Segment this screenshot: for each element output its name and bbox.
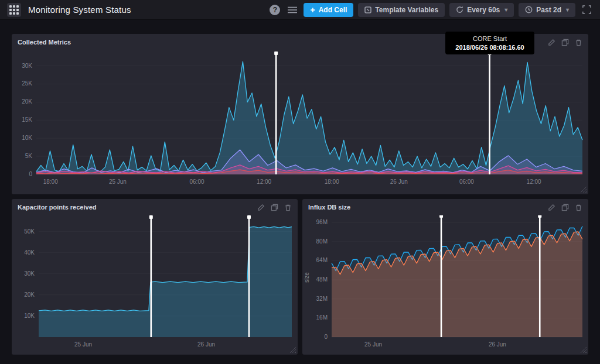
- duplicate-cell-icon[interactable]: [561, 204, 569, 211]
- dashboard-title: Monitoring System Status: [28, 5, 131, 15]
- edit-cell-icon[interactable]: [548, 204, 555, 211]
- svg-text:12:00: 12:00: [257, 178, 271, 185]
- svg-text:96M: 96M: [316, 219, 328, 225]
- svg-text:25K: 25K: [22, 80, 32, 87]
- chart-canvas-influx-db-size[interactable]: 016M32M48M64M80M96M25 Jun26 Junsize: [302, 215, 588, 355]
- clock-icon: [525, 6, 533, 13]
- svg-text:40K: 40K: [24, 249, 35, 256]
- autorefresh-dropdown[interactable]: Every 60s ▾: [449, 3, 514, 17]
- svg-text:50K: 50K: [24, 228, 35, 235]
- duplicate-cell-icon[interactable]: [271, 204, 278, 211]
- duplicate-cell-icon[interactable]: [561, 39, 569, 46]
- svg-text:25 Jun: 25 Jun: [74, 341, 92, 348]
- svg-text:25 Jun: 25 Jun: [109, 178, 127, 185]
- cell-header[interactable]: Influx DB size: [302, 199, 588, 215]
- svg-text:0: 0: [324, 334, 328, 340]
- edit-cell-icon[interactable]: [257, 204, 265, 211]
- svg-text:30K: 30K: [24, 270, 35, 277]
- timerange-dropdown[interactable]: Past 2d ▾: [519, 3, 575, 17]
- cell-influx-db-size: Influx DB size 016M32M48M64M80M96M25 Jun…: [302, 199, 588, 355]
- chart-canvas-collected-metrics[interactable]: 05K10K15K20K25K30K18:0025 Jun06:0012:001…: [12, 50, 588, 194]
- svg-text:26 Jun: 26 Jun: [390, 178, 408, 185]
- cell-title: Collected Metrics: [12, 39, 71, 46]
- graph-options-button[interactable]: [286, 4, 299, 16]
- top-nav-bar: Monitoring System Status ? + Add Cell Te…: [0, 0, 600, 20]
- help-icon: ?: [270, 5, 280, 15]
- svg-text:10K: 10K: [24, 313, 35, 319]
- annotation-tooltip: CORE Start 2018/06/26 08:08:16.60: [445, 32, 534, 54]
- svg-text:20K: 20K: [24, 291, 35, 298]
- template-variables-icon: [364, 6, 371, 13]
- svg-text:16M: 16M: [316, 314, 328, 321]
- svg-text:48M: 48M: [316, 276, 328, 283]
- cell-kapacitor-points: Kapacitor points received 10K20K30K40K50…: [12, 199, 298, 355]
- delete-cell-icon[interactable]: [575, 39, 582, 46]
- list-icon: [288, 6, 297, 14]
- svg-text:30K: 30K: [22, 63, 32, 69]
- svg-text:0: 0: [29, 171, 32, 177]
- chevron-down-icon: ▾: [504, 6, 507, 13]
- svg-text:25 Jun: 25 Jun: [364, 341, 382, 348]
- svg-text:06:00: 06:00: [189, 178, 204, 185]
- apps-menu-button[interactable]: [7, 3, 21, 17]
- delete-cell-icon[interactable]: [575, 204, 582, 211]
- cell-header[interactable]: Kapacitor points received: [12, 199, 298, 215]
- template-variables-button[interactable]: Template Variables: [358, 3, 445, 17]
- svg-text:15K: 15K: [22, 116, 32, 123]
- svg-text:64M: 64M: [316, 257, 328, 263]
- add-cell-button[interactable]: + Add Cell: [304, 3, 353, 17]
- svg-text:26 Jun: 26 Jun: [489, 341, 506, 348]
- chevron-down-icon: ▾: [566, 6, 569, 13]
- svg-text:06:00: 06:00: [459, 178, 474, 185]
- svg-text:18:00: 18:00: [43, 178, 58, 185]
- svg-text:size: size: [304, 272, 310, 283]
- expand-icon: [582, 5, 591, 14]
- chart-canvas-kapacitor-points[interactable]: 10K20K30K40K50K25 Jun26 Jun: [12, 215, 298, 355]
- svg-text:32M: 32M: [316, 296, 328, 302]
- delete-cell-icon[interactable]: [284, 204, 292, 211]
- svg-text:80M: 80M: [316, 238, 328, 245]
- svg-text:5K: 5K: [25, 153, 33, 159]
- annotation-timestamp: 2018/06/26 08:08:16.60: [450, 44, 530, 51]
- refresh-icon: [456, 6, 463, 13]
- svg-text:20K: 20K: [22, 98, 32, 105]
- cell-title: Influx DB size: [302, 204, 350, 211]
- help-button[interactable]: ?: [268, 4, 281, 16]
- edit-cell-icon[interactable]: [548, 39, 555, 46]
- presentation-mode-button[interactable]: [580, 4, 593, 16]
- annotation-title: CORE Start: [450, 35, 530, 42]
- svg-text:10K: 10K: [22, 135, 32, 141]
- svg-text:18:00: 18:00: [325, 178, 339, 185]
- svg-text:12:00: 12:00: [527, 178, 541, 185]
- cell-title: Kapacitor points received: [12, 204, 97, 211]
- grid-menu-icon: [9, 5, 19, 15]
- plus-icon: +: [310, 6, 315, 14]
- svg-text:26 Jun: 26 Jun: [197, 341, 215, 348]
- cell-collected-metrics: Collected Metrics 05K10K15K20K25K30K18:0…: [12, 34, 588, 194]
